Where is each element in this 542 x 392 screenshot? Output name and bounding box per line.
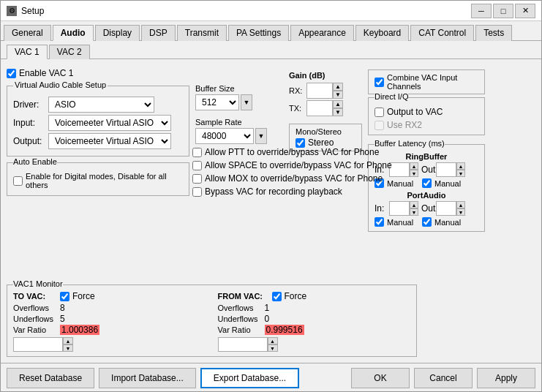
input-select[interactable]: Voicemeeter Virtual ASIO [48,115,171,131]
port-in-up[interactable]: ▲ [410,201,418,208]
to-vac-ratio-input[interactable]: 1.000000 [13,337,63,352]
tx-up-btn[interactable]: ▲ [333,100,343,108]
ring-out-label: Out: [421,165,433,175]
sub-tabs-bar: VAC 1 VAC 2 [1,41,541,59]
to-vac-label: TO VAC: [13,292,57,301]
buffer-size-chevron[interactable]: ▼ [241,94,252,110]
port-out-up[interactable]: ▲ [456,201,465,208]
to-vac-ratio-up[interactable]: ▲ [63,337,73,344]
output-select[interactable]: Voicemeeter Virtual ASIO [48,133,171,149]
stereo-label: Stereo [308,137,334,148]
from-vac-ratio-up[interactable]: ▲ [268,337,278,344]
minimize-button[interactable]: ─ [471,4,492,18]
ring-out-input[interactable]: 5 [436,162,456,177]
tx-input[interactable]: 0 [306,100,333,116]
mox-phone-label: Allow MOX to override/bypass VAC for Pho… [205,173,383,184]
port-in-label: In: [374,203,386,214]
bypass-vac-checkbox[interactable] [192,187,202,197]
ring-out-manual-checkbox[interactable] [422,178,432,188]
tx-down-btn[interactable]: ▼ [333,108,343,116]
port-in-down[interactable]: ▼ [410,208,418,216]
close-button[interactable]: ✕ [515,4,535,18]
sample-rate-label: Sample Rate [195,118,283,127]
tab-transmit[interactable]: Transmit [177,25,227,41]
from-vac-label: FROM VAC: [218,292,269,301]
sample-rate-section: Sample Rate 48000 ▼ [195,118,283,144]
force-from-vac-checkbox[interactable] [272,292,282,301]
to-vac-monitor: TO VAC: Force Overflows 8 Underflows 5 V… [13,291,206,352]
enable-vac1-label: Enable VAC 1 [19,68,74,78]
port-out-label: Out: [421,203,433,214]
auto-enable-title: Auto Enable [13,157,57,166]
ring-out-down[interactable]: ▼ [456,170,465,177]
cancel-button[interactable]: Cancel [414,368,473,388]
direct-iq-title: Direct I/Q [374,92,408,101]
buffer-size-label: Buffer Size [195,84,283,93]
to-vac-var-ratio-value: 1.000386 [60,325,99,335]
space-phone-checkbox[interactable] [192,161,202,170]
enable-vac1-row: Enable VAC 1 [7,65,189,80]
rx-up-btn[interactable]: ▲ [333,83,343,91]
port-in-manual-label: Manual [387,218,413,227]
from-vac-ratio-spinbox: 1.000000 ▲ ▼ [218,337,278,352]
mox-phone-checkbox[interactable] [192,174,202,184]
port-out-down[interactable]: ▼ [456,208,465,216]
auto-enable-checkbox[interactable] [13,176,23,186]
force-from-vac-label: Force [285,291,307,301]
enable-vac1-checkbox[interactable] [7,69,16,78]
combine-vac-checkbox[interactable] [374,78,384,87]
tab-display[interactable]: Display [95,25,140,41]
driver-label: Driver: [13,99,45,110]
tx-spinbox: 0 ▲ ▼ [306,100,343,116]
from-vac-ratio-down[interactable]: ▼ [268,344,278,352]
tab-appearance[interactable]: Appearance [290,25,354,41]
tab-general[interactable]: General [4,25,51,41]
tab-pa-settings[interactable]: PA Settings [228,25,289,41]
port-in-input[interactable]: 5 [389,201,410,216]
tab-tests[interactable]: Tests [475,25,512,41]
sample-rate-select[interactable]: 48000 [195,128,254,144]
ok-button[interactable]: OK [351,368,410,388]
from-vac-overflows-value: 1 [265,303,279,313]
use-rx2-label: Use RX2 [387,120,422,130]
port-out-input[interactable]: 5 [436,201,456,216]
left-panel: Enable VAC 1 Virtual Audio Cable Setup D… [7,65,189,270]
port-out-manual-checkbox[interactable] [422,217,432,227]
rx-input[interactable]: 0 [306,83,333,99]
sample-rate-chevron[interactable]: ▼ [255,128,267,144]
tab-dsp[interactable]: DSP [141,25,176,41]
maximize-button[interactable]: □ [493,4,513,18]
port-in-manual-checkbox[interactable] [374,217,384,227]
buffer-size-section: Buffer Size 512 ▼ [195,84,283,110]
sub-tab-vac2[interactable]: VAC 2 [49,45,90,59]
ring-out-up[interactable]: ▲ [456,162,465,170]
export-database-button[interactable]: Export Database... [200,368,299,388]
reset-database-button[interactable]: Reset Database [7,368,94,388]
force-to-vac-checkbox[interactable] [60,292,69,301]
to-vac-overflows-label: Overflows [13,304,57,312]
rx-down-btn[interactable]: ▼ [333,91,343,99]
import-database-button[interactable]: Import Database... [99,368,196,388]
space-phone-label: Allow SPACE to override/bypass VAC for P… [205,160,392,170]
bypass-vac-label: Bypass VAC for recording playback [205,186,342,197]
output-to-vac-checkbox[interactable] [374,108,384,117]
ring-in-up[interactable]: ▲ [410,162,418,170]
port-in-spinbox: 5 ▲ ▼ [389,201,418,216]
tab-cat-control[interactable]: CAT Control [410,25,474,41]
from-vac-ratio-input[interactable]: 1.000000 [218,337,268,352]
ring-out-manual-label: Manual [434,179,461,188]
use-rx2-checkbox[interactable] [374,121,384,130]
driver-select[interactable]: ASIO [48,97,154,113]
stereo-checkbox[interactable] [296,138,305,148]
to-vac-ratio-down[interactable]: ▼ [63,344,73,352]
ptt-phone-checkbox[interactable] [192,148,202,157]
sub-tab-vac1[interactable]: VAC 1 [7,45,48,59]
buffer-size-select[interactable]: 512 [195,94,239,110]
tab-keyboard[interactable]: Keyboard [355,25,409,41]
apply-button[interactable]: Apply [477,368,535,388]
rx-label: RX: [289,86,304,95]
mono-stereo-title: Mono/Stereo [296,127,355,136]
ring-in-down[interactable]: ▼ [410,170,418,177]
tab-audio[interactable]: Audio [53,25,94,41]
ptt-phone-label: Allow PTT to override/bypass VAC for Pho… [205,147,379,157]
